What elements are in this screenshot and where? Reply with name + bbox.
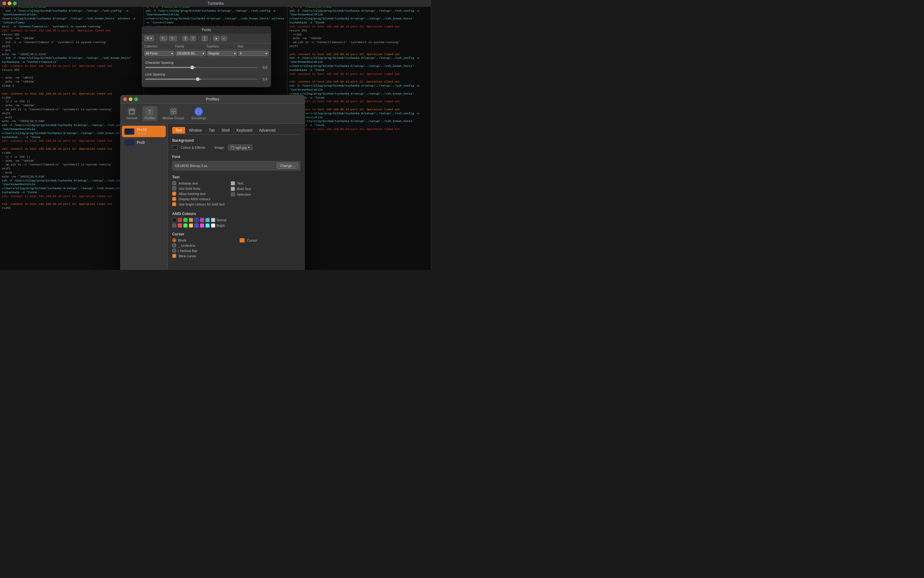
profile-item-pro10[interactable]: Pro10 Default: [122, 126, 166, 137]
profiles-min-btn[interactable]: [129, 97, 133, 101]
ansi-checkbox[interactable]: [172, 197, 176, 201]
size-select[interactable]: 9▾: [238, 51, 269, 56]
blink-cursor-checkbox[interactable]: [172, 254, 176, 258]
blink-checkbox[interactable]: [172, 192, 176, 196]
settings-tab-advanced[interactable]: Advanced: [256, 127, 279, 134]
typeface-select[interactable]: Regular▾: [207, 51, 237, 56]
antialias-checkbox[interactable]: [172, 181, 176, 185]
bold-row: Use bold fonts: [172, 187, 225, 190]
ansi-n0[interactable]: [172, 218, 177, 222]
char-spacing-label: Character Spacing: [145, 61, 267, 64]
ansi-b7[interactable]: [211, 223, 215, 228]
bold-text-color-swatch[interactable]: [231, 187, 235, 191]
collection-select[interactable]: All Fonts▾: [144, 51, 174, 56]
size-label: Size: [237, 45, 269, 48]
tab-window-groups[interactable]: Window Groups: [160, 106, 186, 121]
fonts-toolbar: ⚙ ▾ T↓ T↑ T T T̲ ● »: [142, 34, 271, 44]
fonts-selects: All Fonts▾ GB18030 Bit...▾ Regular▾ 9▾: [142, 50, 271, 58]
cursor-block-radio[interactable]: [172, 238, 176, 242]
encodings-icon: [196, 109, 202, 115]
fonts-size-up[interactable]: T↑: [169, 36, 177, 41]
ansi-row: Display ANSI colours: [172, 197, 225, 201]
profile-thumb-pro9: [125, 140, 134, 146]
profile-info-pro9: Pro9: [137, 141, 163, 145]
ansi-b1[interactable]: [178, 223, 182, 228]
image-chevron: ▾: [248, 145, 250, 149]
bright-row: Use bright colours for bold text: [172, 202, 225, 206]
profile-item-pro9[interactable]: Pro9: [122, 138, 166, 148]
ansi-b0[interactable]: [172, 223, 177, 228]
background-row: Colour & Effects Image: bg5.jpg ▾: [172, 144, 301, 150]
fonts-size-down[interactable]: T↓: [160, 36, 167, 41]
ansi-normal-label: Normal: [217, 218, 227, 222]
bold-checkbox[interactable]: [172, 187, 176, 190]
svg-rect-1: [130, 110, 134, 110]
family-label: Family: [175, 45, 206, 48]
fonts-color[interactable]: ●: [213, 36, 220, 41]
ansi-label: Display ANSI colours: [178, 197, 210, 201]
minimize-button[interactable]: [8, 2, 11, 5]
character-spacing-row: Character Spacing 0,5: [145, 61, 267, 69]
tab-general[interactable]: General: [124, 106, 140, 121]
window-groups-icon: [170, 109, 177, 115]
cursor-preview-swatch[interactable]: [240, 238, 245, 242]
close-button[interactable]: [2, 2, 6, 5]
settings-tab-keyboard[interactable]: Keyboard: [233, 127, 255, 134]
family-select[interactable]: GB18030 Bit...▾: [175, 51, 206, 56]
svg-rect-4: [174, 109, 176, 111]
line-spacing-track[interactable]: [145, 79, 258, 80]
image-selector[interactable]: bg5.jpg ▾: [228, 144, 253, 150]
cursor-underline-radio[interactable]: [172, 244, 176, 247]
cursor-vertical-row: | Vertical Bar: [172, 248, 233, 253]
blink-label: Allow blinking text: [178, 192, 206, 196]
general-icon: [129, 109, 135, 115]
fonts-gear-btn[interactable]: ⚙ ▾: [144, 36, 154, 41]
ansi-b4[interactable]: [195, 223, 199, 228]
ansi-b2[interactable]: [183, 223, 188, 228]
fonts-underline[interactable]: T̲: [201, 36, 208, 41]
ansi-n4[interactable]: [195, 218, 199, 222]
cursor-preview-label: Cursor: [247, 239, 257, 242]
settings-tab-tab[interactable]: Tab: [206, 127, 218, 134]
text-color-swatch[interactable]: [231, 181, 235, 185]
tab-profiles[interactable]: Profiles: [142, 106, 157, 121]
settings-tab-window[interactable]: Window: [186, 127, 205, 134]
fonts-body: Character Spacing 0,5 Line Spacing 0,6: [142, 58, 271, 87]
profile-info-pro10: Pro10 Default: [137, 128, 163, 135]
profile-name-pro10: Pro10: [137, 128, 163, 132]
bg-color-swatch[interactable]: [172, 145, 178, 150]
ansi-b6[interactable]: [206, 223, 210, 228]
selection-color-row: Selection: [231, 192, 251, 196]
ansi-n7[interactable]: [211, 218, 215, 222]
selection-color-swatch[interactable]: [231, 192, 235, 196]
settings-tab-shell[interactable]: Shell: [218, 127, 233, 134]
ansi-n5[interactable]: [200, 218, 204, 222]
fonts-italic[interactable]: T: [190, 36, 196, 41]
fonts-more[interactable]: »: [221, 36, 227, 41]
svg-point-2: [149, 110, 151, 112]
tab-profiles-label: Profiles: [145, 117, 155, 120]
ansi-n3[interactable]: [189, 218, 193, 222]
svg-rect-6: [174, 112, 176, 114]
svg-rect-10: [231, 146, 234, 149]
fonts-bold[interactable]: T: [182, 36, 189, 41]
change-font-button[interactable]: Change...: [277, 163, 298, 169]
cursor-vertical-radio[interactable]: [172, 248, 176, 253]
maximize-button[interactable]: [13, 2, 17, 5]
fonts-titlebar: Fonts: [142, 26, 271, 34]
char-spacing-track[interactable]: [145, 67, 258, 68]
typeface-label: Typeface: [206, 45, 237, 48]
ansi-b3[interactable]: [189, 223, 193, 228]
tab-general-label: General: [126, 117, 137, 120]
ansi-n6[interactable]: [206, 218, 210, 222]
profiles-titlebar: Profiles: [120, 95, 305, 104]
ansi-n1[interactable]: [178, 218, 182, 222]
profiles-max-btn[interactable]: [134, 97, 138, 101]
profiles-close-btn[interactable]: [123, 97, 127, 101]
ansi-n2[interactable]: [183, 218, 188, 222]
settings-tab-text[interactable]: Text: [172, 127, 185, 134]
ansi-b5[interactable]: [200, 223, 204, 228]
bright-checkbox[interactable]: [172, 202, 176, 206]
tab-encodings[interactable]: Encodings: [189, 106, 209, 121]
cursor-underline-row: _ Underline: [172, 244, 233, 247]
